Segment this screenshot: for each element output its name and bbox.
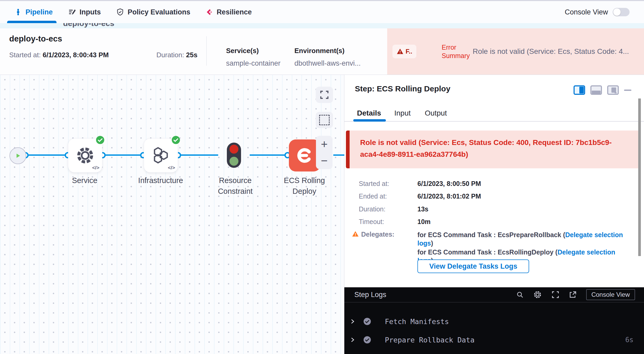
expand-logs-icon[interactable] <box>551 291 559 299</box>
pipeline-icon <box>14 8 22 16</box>
split-bottom-view-button[interactable] <box>590 85 602 95</box>
chevron-right-icon[interactable] <box>350 337 355 343</box>
node-ecs-rolling-deploy[interactable] <box>289 139 320 171</box>
marquee-icon <box>319 115 330 125</box>
field-label: Ended at: <box>359 192 387 200</box>
step-logs-toolbar: Console View <box>516 289 635 300</box>
delegate-text: for ECS Command Task : EcsPrepareRollbac… <box>417 231 565 238</box>
play-icon <box>15 153 21 159</box>
start-node[interactable] <box>9 147 26 164</box>
started-value: 6/1/2023, 8:00:43 PM <box>43 51 109 59</box>
step-logs-header: Step Logs Console View <box>344 287 644 303</box>
node-label-ecs-rolling-deploy: ECS Rolling Deploy <box>281 175 328 196</box>
zoom-out-button[interactable]: − <box>321 155 328 166</box>
tab-label: Resilience <box>217 8 252 16</box>
header-divider <box>206 36 207 66</box>
tab-label: Pipeline <box>25 8 53 16</box>
delegate-text: for ECS Command Task : EcsRollingDeploy … <box>417 248 558 256</box>
log-settings-gear-icon[interactable] <box>533 290 542 299</box>
failed-status-badge: F.. <box>392 45 416 58</box>
field-value: 6/1/2023, 8:00:50 PM <box>417 180 481 188</box>
top-nav: Pipeline Inputs Policy Evaluations Resil… <box>0 1 644 23</box>
tab-resilience[interactable]: Resilience <box>206 1 252 23</box>
node-label-service: Service <box>58 175 111 186</box>
tab-details[interactable]: Details <box>357 109 381 117</box>
node-service[interactable]: </> <box>68 138 102 173</box>
node-label-infrastructure: Infrastructure <box>126 175 195 186</box>
log-section-duration: 6s <box>625 336 633 344</box>
split-right-view-button[interactable] <box>574 85 585 95</box>
canvas-select-button[interactable] <box>316 112 333 128</box>
field-label: Timeout: <box>359 218 384 226</box>
console-view-label: Console View <box>565 8 608 16</box>
code-icon: </> <box>92 165 99 171</box>
failed-badge-text: F.. <box>406 48 412 55</box>
failed-warning-icon <box>397 48 403 55</box>
log-row-prepare-rollback-data[interactable]: Prepare Rollback Data 6s <box>344 333 644 347</box>
open-in-new-window-icon[interactable] <box>569 291 577 299</box>
minimize-panel-button[interactable] <box>624 90 631 91</box>
tab-policy-evaluations[interactable]: Policy Evaluations <box>116 1 191 23</box>
zoom-in-button[interactable]: + <box>321 138 328 150</box>
node-label-resource-constraint: Resource Constraint <box>208 175 263 196</box>
error-summary-banner: F.. Error Summary Role is not valid (Ser… <box>387 28 644 75</box>
pipeline-canvas[interactable]: </> Service </> Infrastructure Resource … <box>0 75 344 354</box>
step-details-panel: Step: ECS Rolling Deploy Details Input O… <box>344 75 644 287</box>
connector-edge <box>250 154 288 156</box>
chevron-right-icon[interactable] <box>350 319 355 324</box>
field-value: 10m <box>417 218 431 226</box>
view-delegate-tasks-logs-button[interactable]: View Delegate Tasks Logs <box>417 259 529 273</box>
run-duration: Duration: 25s <box>156 51 197 59</box>
scrolled-content-strip: deploy-to-ecs <box>0 23 644 28</box>
traffic-light-red <box>229 145 238 154</box>
tab-inputs[interactable]: Inputs <box>68 1 101 23</box>
tab-pipeline[interactable]: Pipeline <box>14 1 53 23</box>
hexagons-icon <box>151 146 171 165</box>
success-check-badge <box>171 136 180 144</box>
canvas-zoom-controls: + − <box>316 136 333 169</box>
step-title: Step: ECS Rolling Deploy <box>355 84 450 93</box>
log-success-check-icon <box>363 317 371 325</box>
tab-label: Policy Evaluations <box>128 8 191 16</box>
ecs-icon <box>295 146 314 165</box>
field-label: Duration: <box>359 205 385 213</box>
details-tab-underline <box>353 119 386 122</box>
logs-console-view-button[interactable]: Console View <box>586 289 635 300</box>
node-infrastructure[interactable]: </> <box>144 138 178 173</box>
step-logs-panel: Step Logs Console View <box>344 287 644 354</box>
canvas-fullscreen-button[interactable] <box>316 87 333 103</box>
step-logs-title: Step Logs <box>354 291 386 299</box>
log-section-name: Prepare Rollback Data <box>385 336 474 344</box>
panel-scrollbar[interactable] <box>638 98 641 256</box>
tab-input[interactable]: Input <box>394 109 411 117</box>
field-value: 13s <box>417 205 428 213</box>
success-check-badge <box>96 136 105 144</box>
warning-icon <box>352 231 359 237</box>
nav-right: Console View <box>565 8 630 16</box>
floating-view-button[interactable] <box>607 85 619 95</box>
console-view-toggle[interactable] <box>613 8 630 16</box>
duration-label: Duration: <box>156 51 186 59</box>
error-summary-text: Role is not valid (Service: Ecs, Status … <box>473 47 629 56</box>
node-resource-constraint[interactable] <box>227 143 241 168</box>
connector-edge <box>103 154 143 156</box>
active-tab-underline <box>7 21 57 23</box>
log-section-name: Fetch Manifests <box>385 317 449 326</box>
delegates-label: Delegates: <box>361 231 394 238</box>
tab-output[interactable]: Output <box>425 109 447 117</box>
duration-value: 25s <box>186 51 197 59</box>
search-icon[interactable] <box>516 291 524 298</box>
services-label: Service(s) <box>226 47 259 55</box>
environments-value[interactable]: dbothwell-aws-envi... <box>294 59 361 67</box>
field-value: 6/1/2023, 8:01:02 PM <box>417 192 481 200</box>
pipeline-name: deploy-to-ecs <box>9 34 62 44</box>
connector-edge <box>333 154 344 156</box>
services-value[interactable]: sample-container <box>226 59 280 67</box>
shield-check-icon <box>116 8 124 16</box>
inputs-icon <box>68 8 76 16</box>
log-row-fetch-manifests[interactable]: Fetch Manifests <box>344 315 644 328</box>
gear-icon <box>75 145 95 165</box>
panel-window-controls <box>574 85 631 95</box>
run-header: deploy-to-ecs Started at: 6/1/2023, 8:00… <box>0 28 644 75</box>
step-tabs: Details Input Output <box>344 106 644 122</box>
